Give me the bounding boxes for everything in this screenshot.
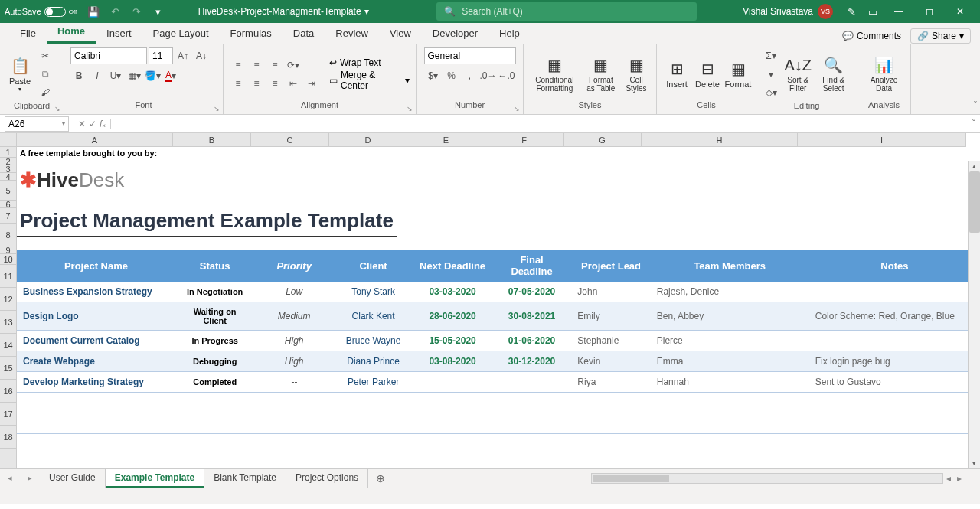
copy-icon[interactable]: ⧉ — [37, 66, 54, 83]
hscroll-right-icon[interactable]: ▸ — [954, 473, 965, 484]
vertical-scrollbar[interactable]: ▴ ▾ — [968, 161, 980, 468]
border-button[interactable]: ▦▾ — [126, 67, 142, 84]
autosave-toggle[interactable]: AutoSave Off — [5, 7, 77, 17]
increase-indent-icon[interactable]: ⇥ — [303, 75, 320, 92]
format-as-table-button[interactable]: ▦Format as Table — [583, 54, 619, 94]
cell-empty[interactable] — [492, 393, 571, 413]
cell-pri[interactable]: High — [254, 331, 333, 351]
align-bottom-icon[interactable]: ≡ — [266, 57, 283, 73]
tab-nav-next-icon[interactable]: ▸ — [20, 473, 40, 483]
analyze-data-button[interactable]: 📊Analyze Data — [864, 54, 904, 94]
launcher-icon[interactable]: ↘ — [214, 105, 220, 113]
table-header[interactable]: Project Name — [17, 250, 175, 282]
format-painter-icon[interactable]: 🖌 — [37, 84, 54, 101]
row-header-10[interactable]: 10 — [0, 254, 16, 265]
cell-empty[interactable] — [175, 393, 254, 413]
sheet-tab[interactable]: User Guide — [40, 469, 106, 488]
cut-icon[interactable]: ✂ — [37, 47, 54, 64]
tab-help[interactable]: Help — [488, 23, 531, 44]
cell-team[interactable]: Hannah — [651, 372, 809, 393]
delete-cells-button[interactable]: ⊟Delete — [694, 58, 721, 90]
fill-icon[interactable]: ▾ — [763, 66, 779, 83]
tab-home[interactable]: Home — [47, 21, 96, 44]
undo-icon[interactable]: ↶ — [106, 2, 124, 21]
cell-empty[interactable] — [334, 393, 413, 413]
percent-icon[interactable]: % — [443, 67, 460, 84]
cell-date[interactable]: 30-12-2020 — [492, 351, 571, 372]
maximize-button[interactable]: ◻ — [914, 0, 945, 23]
font-color-button[interactable]: A▾ — [162, 67, 179, 84]
table-header[interactable]: Next Deadline — [413, 250, 492, 282]
col-header-A[interactable]: A — [17, 133, 173, 146]
table-header[interactable]: Status — [175, 250, 254, 282]
table-header[interactable]: Priority — [254, 250, 333, 282]
new-sheet-button[interactable]: ⊕ — [368, 472, 393, 485]
cell-empty[interactable] — [17, 393, 175, 413]
cell-name[interactable]: Create Webpage — [17, 351, 175, 372]
cell-lead[interactable]: Riya — [571, 372, 650, 393]
align-left-icon[interactable]: ≡ — [230, 75, 247, 92]
align-middle-icon[interactable]: ≡ — [248, 57, 265, 73]
close-button[interactable]: ✕ — [945, 0, 975, 23]
tab-formulas[interactable]: Formulas — [220, 23, 283, 44]
pen-icon[interactable]: ✎ — [842, 2, 861, 21]
cell-client[interactable]: Peter Parker — [334, 372, 413, 393]
cell-name[interactable]: Design Logo — [17, 302, 175, 331]
merge-center-button[interactable]: ▭Merge & Center ▾ — [329, 70, 410, 91]
find-select-button[interactable]: 🔍Find & Select — [816, 54, 851, 94]
cell-date[interactable]: 03-08-2020 — [413, 351, 492, 372]
launcher-icon[interactable]: ↘ — [407, 105, 413, 113]
cell-empty[interactable] — [571, 393, 650, 413]
search-box[interactable]: 🔍 Search (Alt+Q) — [436, 2, 697, 21]
cell-status[interactable]: Waiting on Client — [175, 302, 254, 331]
cell-date[interactable]: 01-06-2020 — [492, 331, 571, 351]
orientation-icon[interactable]: ⟳▾ — [285, 57, 302, 73]
cell-empty[interactable] — [651, 413, 809, 434]
enter-formula-icon[interactable]: ✓ — [89, 119, 96, 129]
cell-date[interactable] — [492, 372, 571, 393]
worksheet[interactable]: A free template brought to you by: ✱Hive… — [17, 147, 980, 434]
cell-status[interactable]: Debugging — [175, 351, 254, 372]
sheet-tab[interactable]: Blank Template — [204, 469, 286, 488]
decrease-decimal-icon[interactable]: ←.0 — [498, 67, 515, 84]
autosum-icon[interactable]: Σ▾ — [763, 47, 779, 64]
cell-team[interactable]: Rajesh, Denice — [651, 282, 809, 302]
table-row-empty[interactable] — [17, 393, 980, 413]
ribbon-display-icon[interactable]: ▭ — [864, 2, 882, 21]
cell-pri[interactable]: Low — [254, 282, 333, 302]
clear-icon[interactable]: ◇▾ — [763, 84, 779, 101]
conditional-formatting-button[interactable]: ▦Conditional Formatting — [530, 54, 580, 94]
row-header-12[interactable]: 12 — [0, 288, 16, 311]
cell-empty[interactable] — [651, 393, 809, 413]
comma-icon[interactable]: , — [462, 67, 479, 84]
cell-styles-button[interactable]: ▦Cell Styles — [622, 54, 650, 94]
filename[interactable]: HiveDesk-Project-Managment-Template ▾ — [138, 6, 429, 17]
cell-empty[interactable] — [175, 413, 254, 434]
cell-pri[interactable]: High — [254, 351, 333, 372]
hscroll-left-icon[interactable]: ◂ — [943, 473, 954, 484]
comments-button[interactable]: 💬 Comments — [842, 31, 901, 41]
increase-decimal-icon[interactable]: .0→ — [480, 67, 497, 84]
cell-empty[interactable] — [413, 413, 492, 434]
table-row[interactable]: Create WebpageDebuggingHighDiana Prince0… — [17, 351, 980, 372]
cell-pri[interactable]: -- — [254, 372, 333, 393]
col-header-C[interactable]: C — [251, 133, 329, 146]
sheet-tab[interactable]: Example Template — [106, 469, 204, 488]
cell-notes[interactable] — [809, 331, 980, 351]
bold-button[interactable]: B — [70, 67, 87, 84]
cell-empty[interactable] — [571, 413, 650, 434]
tab-nav-prev-icon[interactable]: ◂ — [0, 473, 20, 483]
sort-filter-button[interactable]: A↓ZSort & Filter — [782, 55, 813, 94]
row-header-17[interactable]: 17 — [0, 403, 16, 426]
hscroll-thumb[interactable] — [593, 475, 669, 482]
col-header-I[interactable]: I — [798, 133, 966, 146]
cell-name[interactable]: Develop Marketing Strategy — [17, 372, 175, 393]
cell-date[interactable] — [413, 372, 492, 393]
row-header-13[interactable]: 13 — [0, 311, 16, 334]
font-name-input[interactable] — [70, 47, 147, 64]
cell-date[interactable]: 28-06-2020 — [413, 302, 492, 331]
redo-icon[interactable]: ↷ — [127, 2, 145, 21]
cell-status[interactable]: Completed — [175, 372, 254, 393]
tab-developer[interactable]: Developer — [422, 23, 488, 44]
col-header-F[interactable]: F — [485, 133, 564, 146]
